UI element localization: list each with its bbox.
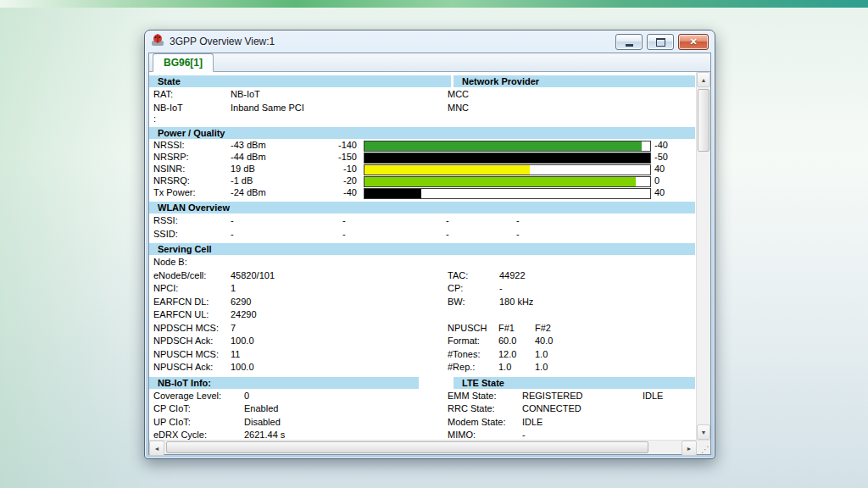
- field-label: EARFCN DL:: [153, 296, 209, 308]
- serving-row: EARFCN DL: 6290 BW: 180 kHz: [149, 296, 696, 309]
- field-value: NB-IoT: [231, 88, 260, 101]
- minimize-button[interactable]: [615, 34, 643, 50]
- field-label: eNodeB/cell:: [153, 269, 206, 282]
- field-value: 40.0: [535, 335, 553, 347]
- scroll-right-button[interactable]: ►: [682, 441, 697, 456]
- scroll-down-button[interactable]: ▼: [697, 424, 710, 440]
- field-label: Modem State:: [448, 416, 505, 429]
- scroll-up-button[interactable]: ▲: [697, 72, 710, 87]
- field-value: CONNECTED: [522, 402, 581, 415]
- client-area: BG96[1] State Network Provider RAT: NB-I…: [148, 53, 711, 455]
- field-value: 19 dB: [231, 164, 255, 175]
- tab-strip: BG96[1]: [149, 53, 710, 72]
- field-value: IDLE: [643, 390, 663, 402]
- field-value: Inband Same PCI: [231, 102, 304, 114]
- power-row: NRSRP: -44 dBm -150 -50: [149, 152, 696, 164]
- field-value: IDLE: [522, 416, 542, 429]
- field-value: Enabled: [244, 402, 278, 415]
- field-value: -: [342, 228, 346, 241]
- vertical-scroll-thumb[interactable]: [698, 89, 709, 152]
- field-label: TAC:: [448, 269, 468, 282]
- serving-row: EARFCN UL: 24290: [149, 308, 696, 322]
- level-bar-fill: [364, 165, 530, 175]
- level-bar: [364, 188, 651, 199]
- field-label: NPUSCH Ack:: [153, 361, 213, 374]
- field-label: NSINR:: [153, 164, 185, 175]
- field-value: -44 dBm: [231, 152, 266, 163]
- field-label: Coverage Level:: [153, 390, 221, 402]
- bar-min-label: -10: [296, 164, 357, 175]
- section-header-nbiot-info: NB-IoT Info:: [149, 377, 419, 389]
- arrow-up-icon: ▲: [701, 77, 707, 83]
- state-row: RAT: NB-IoT MCC: [149, 88, 696, 102]
- info-row: eDRX Cycle: 2621.44 s MIMO: -: [149, 429, 696, 440]
- serving-row: eNodeB/cell: 45820/101 TAC: 44922: [149, 269, 696, 283]
- field-value: 24290: [231, 308, 257, 321]
- field-label: NRSRP:: [153, 152, 189, 163]
- minimize-icon: [626, 44, 633, 47]
- serving-row: NPUSCH MCS: 11 #Tones: 12.0 1.0: [149, 348, 696, 362]
- serving-row: NPDSCH MCS: 7 NPUSCH F#1 F#2: [149, 322, 696, 336]
- tab-label: BG96[1]: [164, 57, 203, 69]
- field-value: -: [499, 282, 503, 295]
- section-header-network-provider: Network Provider: [453, 75, 695, 87]
- field-value: -: [231, 214, 234, 227]
- field-value: 2621.44 s: [244, 429, 285, 440]
- field-value: -: [342, 214, 346, 227]
- field-label: RRC State:: [448, 402, 495, 415]
- field-value: -: [446, 214, 449, 227]
- maximize-button[interactable]: [647, 34, 674, 50]
- section-header-row: NB-IoT Info: LTE State: [149, 377, 695, 389]
- field-value: REGISTERED: [522, 390, 583, 402]
- level-bar: [364, 141, 651, 152]
- titlebar[interactable]: 3GPP Overview View:1 ✕: [145, 30, 715, 53]
- field-label: CP:: [448, 282, 463, 295]
- field-label: Node B:: [153, 256, 187, 269]
- field-label: RSSI:: [153, 214, 178, 227]
- power-row: Tx Power: -24 dBm -40 40: [149, 187, 696, 199]
- desktop: 3GPP Overview View:1 ✕ BG96[1] State Net…: [0, 0, 868, 488]
- serving-row: Node B:: [149, 256, 696, 269]
- field-label: MIMO:: [448, 429, 476, 440]
- vertical-scroll-track[interactable]: [697, 87, 710, 424]
- field-label: NPCI:: [153, 282, 178, 295]
- field-value: 1: [231, 282, 236, 295]
- field-value: Disabled: [244, 416, 281, 429]
- bar-min-label: -20: [296, 175, 357, 186]
- field-label: SSID:: [153, 228, 178, 241]
- field-label: MCC: [448, 88, 469, 101]
- power-row: NSINR: 19 dB -10 40: [149, 164, 696, 175]
- npusch-table-header: NPUSCH: [448, 322, 487, 335]
- field-label: EMM State:: [448, 390, 496, 402]
- level-bar: [364, 176, 651, 187]
- power-row: NRSRQ: -1 dB -20 0: [149, 175, 696, 187]
- arrow-right-icon: ►: [687, 446, 693, 452]
- field-label: RAT:: [153, 88, 173, 101]
- section-header-wlan: WLAN Overview: [149, 202, 695, 214]
- resize-grip-icon: ⋰: [701, 446, 709, 454]
- field-label: UP CIoT:: [153, 416, 191, 429]
- section-header-power-quality: Power / Quality: [149, 127, 695, 139]
- scroll-left-button[interactable]: ◄: [149, 441, 164, 456]
- field-value: 1.0: [498, 361, 511, 374]
- field-label: #Rep.:: [448, 361, 475, 374]
- serving-row: NPCI: 1 CP: -: [149, 282, 696, 296]
- vertical-scrollbar[interactable]: ▲ ▼: [696, 72, 710, 440]
- tab-bg96[interactable]: BG96[1]: [153, 53, 214, 72]
- resize-grip[interactable]: ⋰: [697, 441, 710, 454]
- overview-panel: State Network Provider RAT: NB-IoT MCC N…: [149, 72, 696, 440]
- level-bar-fill: [364, 177, 636, 186]
- horizontal-scrollbar[interactable]: ◄ ► ⋰: [149, 440, 710, 454]
- field-value: -: [516, 214, 520, 227]
- horizontal-scroll-thumb[interactable]: [166, 441, 648, 453]
- level-bar-fill: [364, 153, 650, 163]
- arrow-down-icon: ▼: [701, 430, 707, 435]
- level-bar-fill: [364, 141, 642, 151]
- field-value: 100.0: [231, 335, 254, 347]
- field-value: 180 kHz: [499, 296, 533, 308]
- close-button[interactable]: ✕: [678, 34, 709, 50]
- horizontal-scroll-track[interactable]: [164, 441, 682, 454]
- section-header-serving-cell: Serving Cell: [149, 243, 695, 255]
- info-row: UP CIoT: Disabled Modem State: IDLE: [149, 416, 696, 430]
- app-window: 3GPP Overview View:1 ✕ BG96[1] State Net…: [144, 30, 715, 459]
